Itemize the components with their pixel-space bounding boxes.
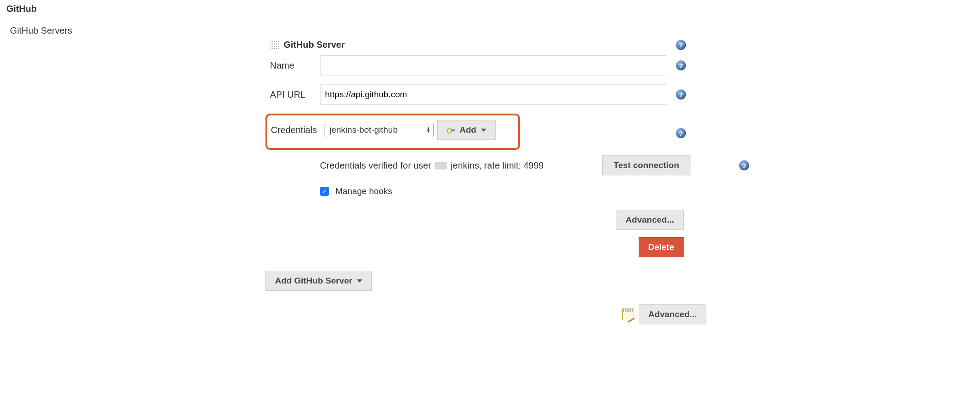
bottom-advanced-label: Advanced... <box>648 309 697 319</box>
server-title: GitHub Server <box>284 40 345 50</box>
test-connection-label: Test connection <box>614 160 679 170</box>
bottom-advanced-button[interactable]: Advanced... <box>639 304 706 324</box>
server-actions: Advanced... Delete <box>320 210 684 257</box>
credentials-label: Credentials <box>271 125 321 135</box>
add-button-label: Add <box>460 125 476 135</box>
credentials-row: Credentials jenkins-bot-github ▲▼ Add ? <box>270 114 974 150</box>
name-label: Name <box>270 60 320 71</box>
api-url-row: API URL ? <box>270 85 974 104</box>
section-title: GitHub <box>6 0 974 18</box>
manage-hooks-checkbox[interactable]: ✓ <box>320 187 329 196</box>
manage-hooks-label: Manage hooks <box>335 186 392 196</box>
add-server-row: Add GitHub Server <box>265 271 974 291</box>
redacted-block <box>435 162 447 169</box>
help-icon[interactable]: ? <box>676 128 686 138</box>
servers-label: GitHub Servers <box>6 22 974 40</box>
name-input[interactable] <box>320 55 667 75</box>
status-prefix: Credentials verified for user <box>320 160 434 170</box>
test-connection-row: Credentials verified for user jenkins, r… <box>320 155 690 175</box>
advanced-button[interactable]: Advanced... <box>616 210 684 230</box>
drag-handle-icon[interactable] <box>270 40 279 50</box>
help-icon[interactable]: ? <box>676 40 686 50</box>
bottom-advanced-row: Advanced... <box>6 304 706 324</box>
help-icon[interactable]: ? <box>739 160 749 170</box>
api-url-input[interactable] <box>320 85 667 104</box>
advanced-button-label: Advanced... <box>625 215 674 225</box>
delete-button[interactable]: Delete <box>639 237 684 257</box>
help-icon[interactable]: ? <box>676 90 686 100</box>
test-connection-button[interactable]: Test connection <box>602 155 690 175</box>
caret-down-icon <box>357 279 362 283</box>
server-header-row: GitHub Server ? <box>270 40 974 50</box>
add-credentials-button[interactable]: Add <box>437 120 496 140</box>
caret-down-icon <box>481 129 486 132</box>
credentials-status: Credentials verified for user jenkins, r… <box>320 160 544 171</box>
select-arrows-icon: ▲▼ <box>426 127 430 133</box>
manage-hooks-row: ✓ Manage hooks <box>320 186 974 196</box>
key-icon <box>447 127 455 133</box>
credentials-select[interactable]: jenkins-bot-github ▲▼ <box>325 123 434 137</box>
add-server-label: Add GitHub Server <box>275 276 352 286</box>
delete-button-label: Delete <box>648 242 674 252</box>
name-row: Name ? <box>270 55 974 75</box>
api-url-label: API URL <box>270 90 320 100</box>
credentials-selected-value: jenkins-bot-github <box>330 125 398 135</box>
notepad-icon <box>622 309 634 320</box>
add-github-server-button[interactable]: Add GitHub Server <box>265 271 372 291</box>
credentials-highlight: Credentials jenkins-bot-github ▲▼ Add <box>265 114 520 150</box>
status-suffix: jenkins, rate limit: 4999 <box>451 160 544 170</box>
help-icon[interactable]: ? <box>676 60 686 70</box>
